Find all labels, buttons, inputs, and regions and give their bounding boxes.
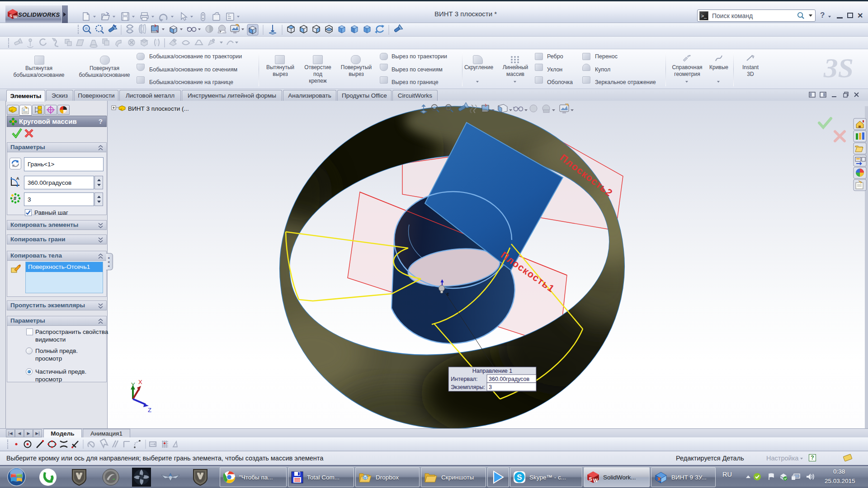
svg-text:S: S bbox=[517, 473, 522, 482]
svg-text:Z: Z bbox=[148, 407, 151, 413]
svg-text:ВИНТ 3 плоскости (...: ВИНТ 3 плоскости (... bbox=[128, 105, 189, 112]
svg-text:3: 3 bbox=[489, 384, 492, 390]
svg-text:S: S bbox=[589, 476, 592, 482]
svg-text:W: W bbox=[13, 14, 17, 19]
svg-text:A: A bbox=[16, 176, 19, 181]
svg-text:W: W bbox=[593, 478, 598, 483]
svg-text:#: # bbox=[14, 196, 16, 201]
svg-text:c: c bbox=[447, 291, 449, 296]
svg-text:Y: Y bbox=[131, 381, 135, 388]
svg-text:X: X bbox=[138, 379, 142, 385]
svg-text:S: S bbox=[9, 14, 12, 18]
svg-text:360.00градусов: 360.00градусов bbox=[489, 376, 529, 382]
svg-text:Интервал:: Интервал: bbox=[451, 376, 478, 382]
svg-text:Направление 1: Направление 1 bbox=[472, 368, 513, 374]
svg-text:Экземпляры:: Экземпляры: bbox=[451, 384, 485, 390]
